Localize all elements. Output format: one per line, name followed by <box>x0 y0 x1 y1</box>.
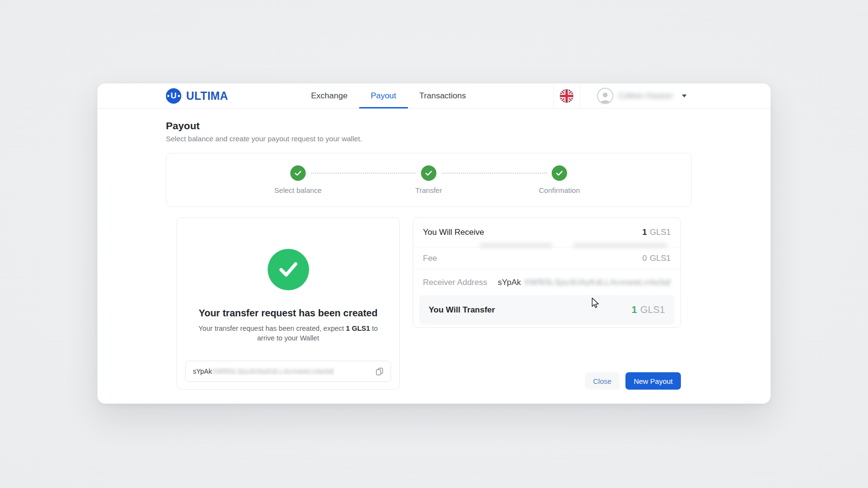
transfer-value: 1 GLS1 <box>632 304 665 315</box>
step-check-icon <box>421 165 436 181</box>
address-blurred-part: XWf93LSjsc8JAyKdLLAcmwwLn4a3qf <box>212 367 334 375</box>
result-note: Your transfer request has been created, … <box>192 324 385 343</box>
transfer-result-card: Your transfer request has been created Y… <box>176 217 400 390</box>
actions-bar: Close New Payout <box>413 372 681 390</box>
stepper: Select balance Transfer Confirmation <box>233 165 625 194</box>
stepper-container: Select balance Transfer Confirmation <box>166 153 692 207</box>
brand[interactable]: U ULTIMA <box>166 83 228 108</box>
screen: U ULTIMA Exchange Payout Transactions <box>0 0 868 488</box>
chevron-down-icon <box>682 95 687 97</box>
receive-label: You Will Receive <box>423 228 484 237</box>
close-button[interactable]: Close <box>585 372 620 390</box>
fee-row: Fee 0 GLS1 <box>413 247 680 269</box>
step-transfer: Transfer <box>364 165 494 194</box>
step-label: Select balance <box>274 186 322 194</box>
receiver-address-value: sYpAkXWf93LSjsc8JAyKdLLAcmwwLn4a3qf <box>498 278 671 287</box>
blurred-text-artifact <box>480 243 552 248</box>
language-selector[interactable] <box>553 83 580 108</box>
nav-item-exchange[interactable]: Exchange <box>299 83 359 108</box>
person-icon <box>599 91 611 103</box>
new-payout-button[interactable]: New Payout <box>625 372 681 390</box>
avatar <box>597 88 613 104</box>
copy-icon[interactable] <box>376 367 383 376</box>
step-label: Transfer <box>415 186 442 194</box>
ultima-logo-icon: U <box>166 88 181 104</box>
main-nav: Exchange Payout Transactions <box>299 83 477 108</box>
result-heading: Your transfer request has been created <box>199 308 378 319</box>
success-check-icon <box>268 249 309 290</box>
step-confirmation: Confirmation <box>494 165 625 194</box>
details-column: You Will Receive 1 GLS1 Fee 0 GLS1 <box>413 217 681 390</box>
payout-details-card: You Will Receive 1 GLS1 Fee 0 GLS1 <box>413 217 681 328</box>
page-subtitle: Select balance and create your payout re… <box>166 135 692 143</box>
receiver-address-blurred-part: XWf93LSjsc8JAyKdLLAcmwwLn4a3qf <box>524 278 671 287</box>
receiver-address-row: Receiver Address sYpAkXWf93LSjsc8JAyKdLL… <box>413 269 680 295</box>
wallet-address-field[interactable]: sYpAkXWf93LSjsc8JAyKdLLAcmwwLn4a3qf <box>185 361 391 382</box>
page-title: Payout <box>166 120 692 132</box>
brand-wordmark: ULTIMA <box>186 90 228 103</box>
app-header: U ULTIMA Exchange Payout Transactions <box>97 83 771 108</box>
nav-item-payout[interactable]: Payout <box>359 83 408 108</box>
app-panel: U ULTIMA Exchange Payout Transactions <box>97 83 771 404</box>
step-label: Confirmation <box>539 186 580 194</box>
user-name: Colleen Kautzer <box>618 92 676 100</box>
account-menu[interactable]: Colleen Kautzer <box>590 83 687 108</box>
mouse-cursor-icon <box>589 297 600 309</box>
cards-row: Your transfer request has been created Y… <box>166 217 692 390</box>
step-check-icon <box>552 165 567 181</box>
result-note-amount: 1 GLS1 <box>346 325 370 332</box>
transfer-label: You Will Transfer <box>429 305 495 315</box>
uk-flag-icon <box>560 89 573 103</box>
fee-label: Fee <box>423 254 437 263</box>
fee-value: 0 GLS1 <box>642 254 671 263</box>
blurred-text-artifact <box>573 243 667 248</box>
page-content: Payout Select balance and create your pa… <box>166 108 692 390</box>
wallet-address: sYpAkXWf93LSjsc8JAyKdLLAcmwwLn4a3qf <box>193 367 334 375</box>
step-check-icon <box>290 165 306 181</box>
transfer-summary-row: You Will Transfer 1 GLS1 <box>419 295 675 325</box>
receive-row: You Will Receive 1 GLS1 <box>413 218 680 247</box>
step-select-balance: Select balance <box>233 165 364 194</box>
nav-item-transactions[interactable]: Transactions <box>408 83 478 108</box>
receive-value: 1 GLS1 <box>642 228 671 237</box>
receiver-address-label: Receiver Address <box>423 278 487 287</box>
